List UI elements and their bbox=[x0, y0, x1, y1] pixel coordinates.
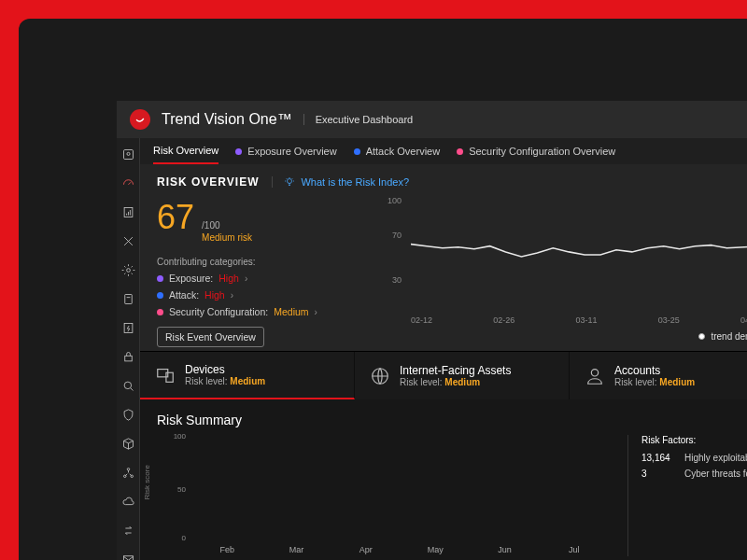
risk-summary-title: Risk Summary bbox=[157, 413, 747, 427]
risk-summary-bar-chart: Risk score 100 50 0 FebMarAprMayJunJul E… bbox=[157, 435, 609, 556]
svg-rect-7 bbox=[124, 356, 132, 361]
sidebar bbox=[117, 138, 140, 560]
svg-point-2 bbox=[126, 152, 129, 155]
category-security-config[interactable]: Security Configuration: Medium› bbox=[157, 306, 344, 317]
lightbulb-icon bbox=[284, 176, 295, 188]
nav-reports-icon[interactable] bbox=[121, 205, 135, 219]
svg-point-11 bbox=[127, 469, 130, 471]
nav-settings-icon[interactable] bbox=[121, 263, 135, 277]
nav-mail-icon[interactable] bbox=[121, 553, 135, 560]
chart-legend: trend demo bbox=[698, 331, 747, 342]
dot-icon bbox=[457, 148, 463, 155]
nav-map-icon[interactable] bbox=[121, 147, 135, 161]
nav-shield-icon[interactable] bbox=[121, 292, 135, 306]
risk-event-overview-button[interactable]: Risk Event Overview bbox=[157, 327, 264, 347]
devices-icon bbox=[155, 365, 176, 385]
dot-icon bbox=[235, 148, 242, 155]
risk-overview-panel: RISK OVERVIEW What is the Risk Index? 67… bbox=[140, 164, 747, 375]
categories-label: Contributing categories: bbox=[157, 257, 344, 267]
tab-security-config-overview[interactable]: Security Configuration Overview bbox=[457, 138, 615, 164]
nav-network-icon[interactable] bbox=[121, 466, 135, 480]
risk-trend-chart: 100 70 30 02-12 02-26 03-11 03-25 04-08 … bbox=[381, 198, 747, 329]
tab-exposure-overview[interactable]: Exposure Overview bbox=[235, 138, 336, 164]
help-link-risk-index[interactable]: What is the Risk Index? bbox=[272, 176, 409, 188]
trend-logo-icon bbox=[130, 109, 150, 130]
dot-icon bbox=[354, 148, 360, 155]
chevron-right-icon: › bbox=[245, 273, 247, 284]
nav-cube-icon[interactable] bbox=[121, 437, 135, 451]
svg-rect-5 bbox=[124, 295, 132, 304]
category-attack[interactable]: Attack: High› bbox=[157, 289, 344, 301]
nav-cross-icon[interactable] bbox=[121, 234, 135, 248]
nav-dashboard-icon[interactable] bbox=[121, 176, 135, 190]
nav-lock-icon[interactable] bbox=[121, 350, 135, 364]
chevron-right-icon: › bbox=[315, 307, 317, 317]
user-icon bbox=[585, 366, 605, 386]
svg-point-8 bbox=[124, 382, 132, 389]
summary-tab-internet-assets[interactable]: Internet-Facing AssetsRisk level: Medium bbox=[355, 352, 570, 399]
svg-point-4 bbox=[126, 269, 130, 273]
chevron-right-icon: › bbox=[231, 290, 233, 301]
summary-tab-accounts[interactable]: AccountsRisk level: Medium bbox=[570, 352, 747, 399]
section-title: RISK OVERVIEW bbox=[157, 175, 259, 189]
nav-transfer-icon[interactable] bbox=[121, 524, 135, 538]
svg-point-14 bbox=[288, 179, 292, 184]
app-subtitle: Executive Dashboard bbox=[303, 114, 414, 125]
nav-tabs: Risk Overview Exposure Overview Attack O… bbox=[140, 138, 747, 164]
nav-search-icon[interactable] bbox=[121, 379, 135, 393]
nav-bolt-icon[interactable] bbox=[121, 321, 135, 335]
svg-rect-6 bbox=[124, 324, 133, 333]
category-exposure[interactable]: Exposure: High› bbox=[157, 273, 344, 284]
summary-tab-devices[interactable]: DevicesRisk level: Medium bbox=[140, 352, 355, 399]
svg-rect-1 bbox=[123, 150, 133, 160]
risk-summary-panel: Risk Summary Risk score 100 50 0 FebMarA… bbox=[140, 399, 747, 560]
summary-tabs: DevicesRisk level: Medium Internet-Facin… bbox=[140, 351, 747, 399]
app-title: Trend Vision One™ bbox=[162, 111, 292, 128]
nav-cloud-icon[interactable] bbox=[121, 495, 135, 509]
tab-attack-overview[interactable]: Attack Overview bbox=[354, 138, 440, 164]
tab-risk-overview[interactable]: Risk Overview bbox=[153, 138, 218, 164]
svg-point-18 bbox=[591, 369, 598, 375]
app-topbar: Trend Vision One™ Executive Dashboard bbox=[117, 101, 747, 138]
nav-shield2-icon[interactable] bbox=[121, 408, 135, 422]
risk-factors: Risk Factors: 13,164Highly exploitable 3… bbox=[627, 435, 747, 556]
globe-icon bbox=[370, 366, 390, 386]
risk-score: 67 /100Medium risk bbox=[157, 198, 344, 244]
